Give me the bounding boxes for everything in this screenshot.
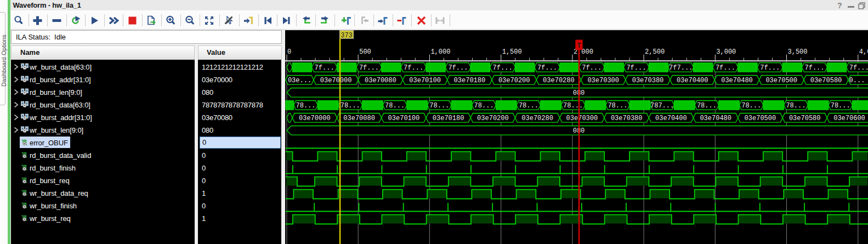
svg-text:03e70580: 03e70580 <box>789 115 821 122</box>
svg-text:03e70180: 03e70180 <box>454 77 486 84</box>
svg-text:7f...: 7f... <box>404 64 423 72</box>
svg-text:7f...: 7f... <box>315 64 334 72</box>
svg-text:03e70300: 03e70300 <box>566 115 598 122</box>
svg-text:4,00: 4,00 <box>859 48 868 56</box>
svg-text:03e70100: 03e70100 <box>388 115 420 122</box>
svg-text:3,000: 3,000 <box>716 48 736 56</box>
svg-text:0: 0 <box>287 48 291 56</box>
svg-text:7f...: 7f... <box>448 64 468 72</box>
svg-text:T: T <box>577 42 581 50</box>
svg-text:03e70480: 03e70480 <box>721 77 753 84</box>
svg-text:78...: 78... <box>741 102 761 110</box>
svg-text:78...: 78... <box>519 102 538 110</box>
svg-text:03e70100: 03e70100 <box>409 77 441 84</box>
svg-text:1,000: 1,000 <box>430 48 450 56</box>
svg-text:03e70380: 03e70380 <box>611 115 643 122</box>
svg-text:78...: 78... <box>608 102 627 110</box>
svg-text:7f...: 7f... <box>804 64 824 72</box>
svg-text:78...: 78... <box>697 102 717 110</box>
svg-text:78...: 78... <box>563 102 583 110</box>
svg-text:78...: 78... <box>474 102 494 110</box>
svg-text:03e...: 03e... <box>288 77 311 84</box>
svg-text:78...: 78... <box>786 102 805 110</box>
svg-text:03e70580: 03e70580 <box>810 77 842 84</box>
svg-text:7f...: 7f... <box>626 64 646 72</box>
svg-text:03e70080: 03e70080 <box>343 115 375 122</box>
svg-text:0...: 0... <box>849 77 865 84</box>
svg-text:03e70400: 03e70400 <box>655 115 687 122</box>
svg-text:03e70200: 03e70200 <box>477 115 509 122</box>
svg-text:03e70500: 03e70500 <box>745 115 776 122</box>
svg-text:7f7...: 7f7... <box>669 64 693 72</box>
svg-text:373: 373 <box>341 32 353 39</box>
svg-text:3,500: 3,500 <box>788 48 808 56</box>
svg-text:7f...: 7f... <box>760 64 780 72</box>
svg-text:787...: 787... <box>650 102 674 110</box>
svg-text:78...: 78... <box>341 102 360 110</box>
svg-text:03e70080: 03e70080 <box>365 77 396 84</box>
svg-text:500: 500 <box>359 48 371 56</box>
svg-text:03e70000: 03e70000 <box>320 77 352 84</box>
svg-text:7f...: 7f... <box>493 64 513 72</box>
svg-text:03e70400: 03e70400 <box>677 77 708 84</box>
svg-text:03e70480: 03e70480 <box>700 115 731 122</box>
svg-text:7f...: 7f... <box>849 64 868 72</box>
svg-text:03e70200: 03e70200 <box>498 77 530 84</box>
svg-text:03e70380: 03e70380 <box>632 77 664 84</box>
svg-text:7f...: 7f... <box>359 64 379 72</box>
svg-text:7f...: 7f... <box>582 64 602 72</box>
svg-text:03e70600: 03e70600 <box>833 115 865 122</box>
svg-text:03e70280: 03e70280 <box>543 77 575 84</box>
svg-text:03e70000: 03e70000 <box>299 115 331 122</box>
svg-text:03e70280: 03e70280 <box>521 115 553 122</box>
svg-text:03e70500: 03e70500 <box>765 77 797 84</box>
svg-text:78...: 78... <box>296 102 315 110</box>
svg-text:78...: 78... <box>831 102 850 110</box>
svg-text:7f...: 7f... <box>537 64 557 72</box>
svg-text:03e70300: 03e70300 <box>587 77 619 84</box>
svg-text:1,500: 1,500 <box>502 48 522 56</box>
svg-text:78...: 78... <box>429 102 449 110</box>
svg-text:78...: 78... <box>385 102 405 110</box>
svg-text:2,500: 2,500 <box>645 48 665 56</box>
svg-text:03e70180: 03e70180 <box>433 115 464 122</box>
svg-text:7f...: 7f... <box>716 64 735 72</box>
